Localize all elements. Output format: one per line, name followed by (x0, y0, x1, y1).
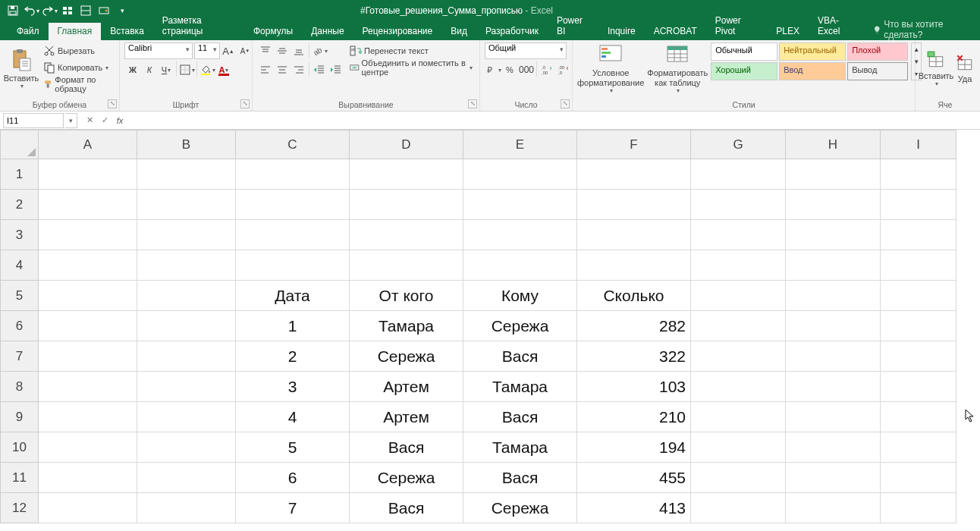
cell-I7[interactable] (881, 341, 956, 372)
style-neutral[interactable]: Нейтральный (779, 42, 846, 61)
cell-D4[interactable] (350, 250, 463, 281)
cell-F10[interactable]: 194 (577, 432, 691, 463)
grow-font-icon[interactable]: A▲ (220, 42, 237, 59)
cell-A11[interactable] (39, 463, 137, 493)
cancel-formula-icon[interactable]: ✕ (82, 113, 97, 128)
cell-H5[interactable] (786, 281, 881, 311)
select-all-corner[interactable] (1, 130, 39, 159)
cell-C12[interactable]: 7 (236, 493, 350, 523)
tab-pagelayout[interactable]: Разметка страницы (153, 12, 244, 40)
orientation-icon[interactable]: ab▾ (311, 42, 328, 59)
cell-A4[interactable] (39, 250, 137, 281)
col-header-A[interactable]: A (39, 130, 137, 159)
cell-I3[interactable] (881, 220, 956, 250)
cell-B8[interactable] (137, 372, 236, 402)
col-header-G[interactable]: G (691, 130, 786, 159)
cell-I8[interactable] (881, 372, 956, 402)
cell-E1[interactable] (463, 159, 577, 190)
decrease-indent-icon[interactable] (311, 61, 328, 78)
row-header-4[interactable]: 4 (1, 250, 39, 281)
tab-home[interactable]: Главная (49, 23, 102, 40)
col-header-F[interactable]: F (577, 130, 691, 159)
borders-button[interactable]: ▾ (178, 61, 195, 78)
cell-G7[interactable] (691, 341, 786, 372)
cell-A7[interactable] (39, 341, 137, 372)
cell-E3[interactable] (463, 220, 577, 250)
number-launcher[interactable]: ⤡ (561, 99, 570, 108)
align-left-icon[interactable] (257, 61, 274, 78)
percent-format-icon[interactable]: % (501, 61, 518, 78)
save-icon[interactable] (5, 2, 21, 19)
row-header-10[interactable]: 10 (1, 432, 39, 463)
font-launcher[interactable]: ⤡ (240, 99, 250, 108)
cell-H7[interactable] (786, 341, 881, 372)
cell-E5[interactable]: Кому (463, 281, 577, 311)
tab-insert[interactable]: Вставка (101, 23, 153, 40)
tab-data[interactable]: Данные (302, 23, 353, 40)
row-header-12[interactable]: 12 (1, 493, 39, 523)
cell-I11[interactable] (881, 463, 956, 493)
cell-I9[interactable] (881, 402, 956, 432)
cell-B1[interactable] (137, 159, 236, 190)
cell-C11[interactable]: 6 (236, 463, 350, 493)
cell-G12[interactable] (691, 493, 786, 523)
tab-view[interactable]: Вид (441, 23, 476, 40)
font-name-combo[interactable]: Calibri (124, 42, 193, 59)
tab-review[interactable]: Рецензирование (353, 23, 442, 40)
cell-E4[interactable] (463, 250, 577, 281)
cell-H9[interactable] (786, 402, 881, 432)
style-bad[interactable]: Плохой (847, 42, 908, 61)
cell-D12[interactable]: Вася (350, 493, 463, 523)
font-size-combo[interactable]: 11 (194, 42, 220, 59)
tab-file[interactable]: Файл (8, 23, 49, 40)
font-color-button[interactable]: A▾ (215, 61, 232, 78)
style-normal[interactable]: Обычный (711, 42, 777, 61)
cell-A5[interactable] (39, 281, 137, 311)
align-middle-icon[interactable] (274, 42, 291, 59)
italic-button[interactable]: К (141, 61, 158, 78)
cell-G9[interactable] (691, 402, 786, 432)
cell-D9[interactable]: Артем (350, 402, 463, 432)
row-header-5[interactable]: 5 (1, 281, 39, 311)
align-center-icon[interactable] (274, 61, 291, 78)
col-header-D[interactable]: D (350, 130, 463, 159)
col-header-C[interactable]: C (236, 130, 350, 159)
cell-G4[interactable] (691, 250, 786, 281)
clipboard-launcher[interactable]: ⤡ (108, 99, 117, 108)
cell-C2[interactable] (236, 190, 350, 220)
cell-C10[interactable]: 5 (236, 432, 350, 463)
delete-cells-button[interactable]: Уда (955, 42, 975, 94)
bold-button[interactable]: Ж (124, 61, 141, 78)
redo-icon[interactable]: ▾ (41, 2, 58, 19)
cell-H4[interactable] (786, 250, 881, 281)
row-header-9[interactable]: 9 (1, 402, 39, 432)
cell-E7[interactable]: Вася (463, 341, 577, 372)
wrap-text-button[interactable]: abПеренести текст (347, 42, 475, 59)
cell-D2[interactable] (350, 190, 463, 220)
cell-I2[interactable] (881, 190, 956, 220)
col-header-B[interactable]: B (137, 130, 236, 159)
row-header-11[interactable]: 11 (1, 463, 39, 493)
qat-btn-2[interactable] (77, 2, 94, 19)
cell-F1[interactable] (577, 159, 691, 190)
cell-B5[interactable] (137, 281, 236, 311)
style-good[interactable]: Хороший (711, 62, 777, 80)
insert-cells-button[interactable]: Вставить▾ (920, 42, 952, 94)
cell-H8[interactable] (786, 372, 881, 402)
cell-G11[interactable] (691, 463, 786, 493)
tab-inquire[interactable]: Inquire (598, 23, 645, 40)
cell-H2[interactable] (786, 190, 881, 220)
cell-B4[interactable] (137, 250, 236, 281)
cell-A2[interactable] (39, 190, 137, 220)
tab-developer[interactable]: Разработчик (476, 23, 548, 40)
cell-C5[interactable]: Дата (236, 281, 350, 311)
cell-D5[interactable]: От кого (350, 281, 463, 311)
col-header-H[interactable]: H (786, 130, 881, 159)
row-header-6[interactable]: 6 (1, 311, 39, 341)
tab-powerpivot[interactable]: Power Pivot (706, 12, 768, 40)
cell-F2[interactable] (577, 190, 691, 220)
qat-btn-3[interactable] (96, 2, 112, 19)
cell-D3[interactable] (350, 220, 463, 250)
comma-format-icon[interactable]: 000 (518, 61, 535, 78)
name-box[interactable] (3, 113, 64, 128)
